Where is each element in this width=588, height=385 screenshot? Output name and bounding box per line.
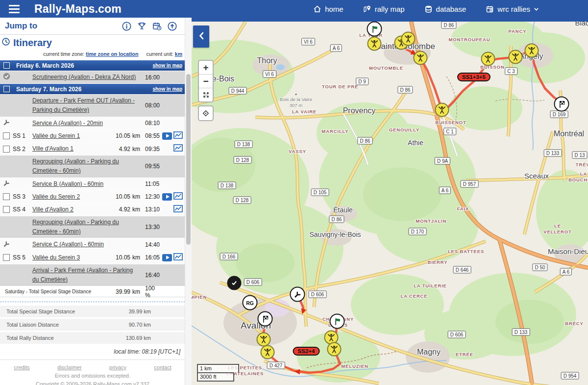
zoom-out-button[interactable]: − — [199, 75, 213, 88]
marker-stage-start[interactable] — [367, 22, 382, 37]
event-name-link[interactable]: Arrival - Park Fermé (Avallon - Parking … — [32, 264, 142, 286]
video-play-button[interactable] — [162, 193, 172, 201]
day-checkbox[interactable] — [3, 86, 10, 92]
itinerary-row: SS 5Vallée du Serein 310.05km16:05 — [0, 252, 185, 264]
trophy-icon[interactable] — [137, 21, 147, 31]
event-unit: km — [130, 254, 142, 261]
timezone-link[interactable]: time zone on location — [86, 51, 138, 57]
town-label: Montréal — [554, 129, 584, 138]
nav-item-database[interactable]: database — [424, 5, 466, 13]
event-time: 13:10 — [142, 206, 162, 213]
stage-checkbox[interactable] — [3, 146, 10, 153]
locate-button[interactable] — [198, 105, 214, 121]
stage-checkbox[interactable] — [3, 254, 10, 261]
event-name-link[interactable]: Vallée du Serein 3 — [32, 252, 114, 264]
database-icon — [424, 5, 433, 13]
footer-link-privacy[interactable]: privacy — [109, 364, 126, 370]
event-name-link[interactable]: Service C (Avallon) - 60min — [32, 238, 142, 251]
hamlet-label: MONTJALIN — [416, 218, 446, 224]
marker-spectator-point[interactable] — [435, 103, 449, 117]
event-name-link[interactable]: Vallée du Serein 1 — [32, 130, 114, 142]
map-pane[interactable]: ThorySainte-Colombey-le-BoisProvencyAthi… — [192, 18, 588, 385]
app-title: Rally-Maps.com — [34, 2, 122, 16]
marker-spectator-point[interactable] — [401, 32, 416, 46]
unit-link[interactable]: km — [175, 51, 182, 57]
road-badge: D 606 — [244, 279, 262, 286]
show-in-map-link[interactable]: show in map — [152, 86, 182, 92]
event-name-link[interactable]: Regrouping (Avallon - Parking du Cimetiè… — [32, 155, 142, 177]
road-badge: D 9 — [356, 78, 368, 85]
event-name-link[interactable]: Service B (Avallon) - 60min — [32, 178, 142, 190]
row-icon-cell: SS 2 — [3, 146, 32, 153]
total-value: 130.69 km — [126, 335, 151, 341]
video-play-button[interactable] — [162, 132, 172, 140]
calendar-clock-icon[interactable] — [152, 21, 162, 31]
arrow-up-circle-icon[interactable] — [167, 21, 177, 31]
marker-regrouping[interactable]: RG — [243, 295, 258, 310]
marker-spectator-point[interactable] — [481, 52, 495, 66]
marker-spectator-point[interactable] — [261, 345, 275, 359]
marker-stage-finish[interactable] — [258, 311, 273, 327]
road-badge: D 427 — [267, 362, 285, 369]
scale-ft: 3000 ft — [197, 372, 234, 382]
marker-spectator-point[interactable] — [414, 51, 428, 65]
marker-spectator-point[interactable] — [368, 37, 382, 51]
elevation-chart-button[interactable] — [173, 144, 183, 154]
event-name-link[interactable]: Ville d'Avallon 1 — [32, 143, 114, 155]
stage-checkbox[interactable] — [3, 206, 10, 213]
stage-checkbox[interactable] — [3, 132, 10, 139]
nav-item-home[interactable]: home — [313, 5, 343, 13]
marker-spectator-point[interactable] — [509, 50, 523, 64]
event-name-link[interactable]: Ville d'Avallon 2 — [32, 204, 114, 216]
marker-stage-finish[interactable] — [554, 97, 569, 112]
nav-item-wrc-rallies[interactable]: wrc rallies — [486, 5, 539, 13]
event-time: 16:05 — [142, 254, 162, 261]
fullscreen-button[interactable] — [199, 88, 213, 102]
road-badge: D 954 — [561, 372, 579, 380]
total-row: Total Liaison Distance90.70 km — [0, 319, 185, 331]
event-name-link[interactable]: Service A (Avallon) - 20min — [32, 117, 142, 129]
stage-checkbox[interactable] — [3, 193, 10, 200]
road-badge: C 3 — [505, 68, 517, 75]
day-checkbox[interactable] — [3, 62, 10, 69]
day-label: Friday 6. March 2026 — [16, 62, 74, 69]
elevation-chart-button[interactable] — [173, 131, 183, 141]
elevation-chart-button[interactable] — [173, 205, 183, 214]
zoom-in-button[interactable]: + — [199, 61, 213, 75]
marker-scrutineering[interactable] — [227, 276, 242, 290]
chevron-down-icon — [534, 6, 539, 12]
footer-link-credits[interactable]: credits — [14, 364, 29, 370]
itinerary-row: Scrutineering (Avallon - Dekra ZA Nord)1… — [0, 71, 185, 83]
hamburger-menu-icon[interactable] — [9, 5, 20, 13]
hamlet-label: BRÉCY — [565, 321, 584, 327]
event-name-link[interactable]: Scrutineering (Avallon - Dekra ZA Nord) — [32, 71, 142, 83]
hamlet-label: LA VAIRE — [292, 109, 317, 115]
footer-link-disclaimer[interactable]: disclaimer — [57, 364, 82, 370]
footer-link-contact[interactable]: contact — [154, 364, 171, 370]
event-name-link[interactable]: Vallée du Serein 2 — [32, 191, 114, 203]
show-in-map-link[interactable]: show in map — [152, 63, 182, 68]
marker-spectator-point[interactable] — [525, 44, 539, 58]
event-unit: km — [130, 206, 142, 213]
nav-item-rally-map[interactable]: rally map — [363, 5, 405, 13]
sidebar-scrollbar[interactable] — [185, 18, 192, 385]
page-title: Itinerary — [13, 37, 52, 49]
video-play-button[interactable] — [162, 254, 172, 261]
sidebar-collapse-button[interactable] — [193, 26, 209, 48]
town-label: Thory — [257, 56, 277, 65]
marker-service[interactable] — [290, 287, 305, 302]
elevation-chart-button[interactable] — [173, 253, 183, 262]
info-icon[interactable] — [122, 21, 132, 31]
marker-spectator-point[interactable] — [257, 333, 271, 347]
scrollbar-thumb[interactable] — [186, 74, 191, 245]
marker-spectator-point[interactable] — [327, 342, 342, 357]
event-name-link[interactable]: Regrouping (Avallon - Parking du Cimetiè… — [32, 216, 142, 238]
day-header-row: Friday 6. March 2026show in map — [0, 60, 185, 71]
row-icon-cell: SS 3 — [3, 193, 32, 200]
total-row: Total Special Stage Distance39.99 km — [0, 306, 185, 317]
row-icon-cell: SS 5 — [3, 254, 32, 261]
marker-stage-start[interactable] — [330, 314, 345, 329]
elevation-chart-button[interactable] — [173, 192, 183, 202]
event-name-link[interactable]: Departure - Park Fermé OUT (Avallon - Pa… — [32, 95, 142, 116]
road-badge: D 13 — [572, 152, 587, 159]
